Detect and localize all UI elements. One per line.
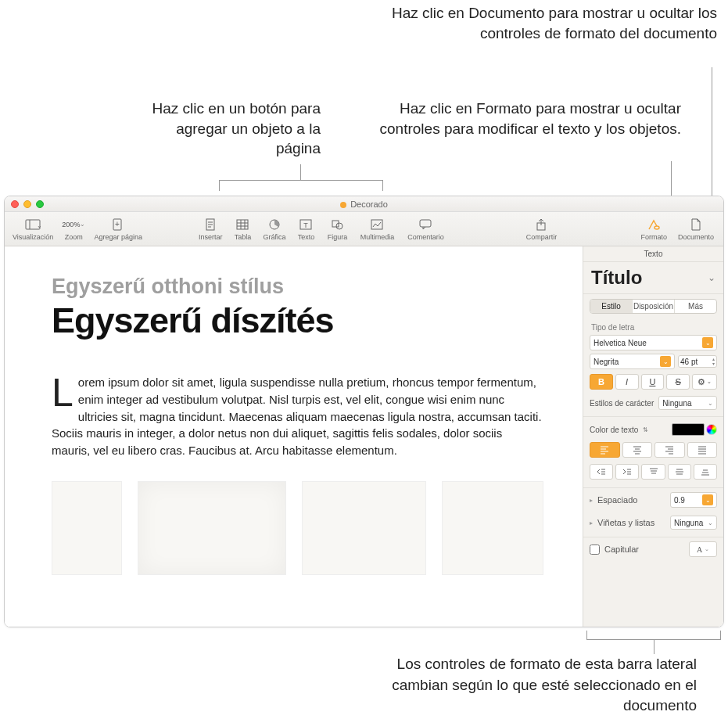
strike-button[interactable]: S	[666, 374, 690, 390]
callout-format: Haz clic en Formato para mostrar u ocult…	[353, 99, 681, 138]
align-left-button[interactable]	[590, 442, 620, 458]
doc-body[interactable]: Lorem ipsum dolor sit amet, ligula suspe…	[52, 374, 543, 459]
color-wheel-icon[interactable]	[706, 424, 717, 435]
dropcap: L	[52, 374, 78, 410]
bold-button[interactable]: B	[590, 374, 613, 390]
char-styles-select[interactable]: Ninguna ⌄	[658, 396, 717, 410]
share-icon	[533, 217, 550, 232]
advanced-options-button[interactable]: ⚙︎⌄	[692, 374, 717, 390]
zoom-value-display: 200%⌄	[65, 217, 82, 232]
comment-button[interactable]: Comentario	[401, 216, 450, 243]
gear-icon: ⚙︎	[698, 377, 705, 387]
italic-button[interactable]: I	[615, 374, 639, 390]
text-style-buttons: B I U S ⚙︎⌄	[583, 371, 723, 393]
sidebar-tab-header[interactable]: Texto	[583, 246, 723, 262]
doc-subtitle[interactable]: Egyszerű otthoni stílus	[52, 275, 543, 299]
indent-button[interactable]	[615, 464, 639, 480]
share-button[interactable]: Compartir	[517, 216, 565, 243]
add-page-button[interactable]: + Agregar página	[89, 216, 147, 243]
char-styles-label: Estilos de carácter	[590, 399, 654, 408]
font-family-select[interactable]: Helvetica Neue ⌄	[590, 335, 717, 350]
svg-rect-20	[420, 220, 431, 227]
document-icon	[687, 217, 705, 232]
chart-label: Gráfica	[263, 233, 285, 241]
bullets-select[interactable]: Ninguna ⌄	[670, 516, 717, 530]
tab-style[interactable]: Estilo	[590, 300, 633, 313]
paragraph-style-picker[interactable]: Título ⌄	[583, 262, 723, 294]
leader-line	[654, 640, 654, 654]
tab-more[interactable]: Más	[675, 300, 716, 313]
media-label: Multimedia	[360, 233, 395, 241]
document-canvas[interactable]: Egyszerű otthoni stílus Egyszerű díszíté…	[5, 246, 583, 627]
view-icon: ⌄	[24, 217, 41, 232]
insert-label: Insertar	[199, 233, 223, 241]
insert-button[interactable]: Insertar	[194, 216, 228, 243]
text-button[interactable]: T Texto	[290, 216, 321, 243]
dropcap-checkbox[interactable]	[590, 544, 600, 555]
step-down-icon: ▾	[712, 361, 715, 366]
leader-line	[712, 67, 712, 196]
view-button[interactable]: ⌄ Visualización	[8, 216, 58, 243]
align-right-button[interactable]	[654, 442, 685, 458]
font-weight-select[interactable]: Negrita ⌄	[590, 354, 675, 369]
char-styles-value: Ninguna	[662, 399, 691, 408]
zoom-control[interactable]: 200%⌄ Zoom	[58, 216, 89, 243]
bullets-value: Ninguna	[674, 519, 703, 527]
leader-line	[300, 164, 301, 180]
font-size-stepper[interactable]: 46 pt ▴▾	[678, 355, 717, 368]
text-color-control[interactable]	[672, 423, 717, 436]
tab-layout[interactable]: Disposición	[633, 300, 675, 313]
vert-align-top-button[interactable]	[641, 464, 665, 480]
app-window: Decorado ⌄ Visualización 200%⌄ Zoom + Ag…	[4, 196, 724, 627]
chevron-down-icon: ⌄	[705, 546, 709, 552]
share-label: Compartir	[526, 233, 558, 241]
add-page-icon: +	[109, 217, 127, 232]
sidebar-segment-tabs: Estilo Disposición Más	[590, 299, 717, 314]
text-icon: T	[297, 217, 314, 232]
shape-button[interactable]: Figura	[321, 216, 353, 243]
align-justify-button[interactable]	[687, 442, 718, 458]
doc-image[interactable]	[442, 481, 543, 575]
disclosure-triangle-icon[interactable]: ▸	[590, 519, 593, 527]
table-icon	[234, 217, 251, 232]
chevron-down-icon: ⌄	[708, 519, 713, 527]
doc-title[interactable]: Egyszerű díszítés	[52, 300, 543, 341]
vert-align-mid-button[interactable]	[668, 464, 691, 480]
media-button[interactable]: Multimedia	[353, 216, 401, 243]
chart-button[interactable]: Gráfica	[258, 216, 290, 243]
callout-document-text: Haz clic en Documento para mostrar u ocu…	[392, 5, 717, 41]
window-title: Decorado	[5, 199, 723, 209]
format-button[interactable]: Formato	[636, 216, 672, 243]
align-center-button[interactable]	[622, 442, 653, 458]
alignment-row-2	[583, 461, 723, 483]
underline-button[interactable]: U	[641, 374, 665, 390]
spacing-value: 0.9	[674, 496, 685, 505]
spacing-select[interactable]: 0.9 ⌄	[670, 492, 717, 508]
comment-label: Comentario	[407, 233, 444, 241]
shape-icon	[328, 217, 346, 232]
doc-image[interactable]	[52, 481, 122, 575]
disclosure-triangle-icon[interactable]: ▸	[590, 497, 593, 504]
strike-label: S	[675, 377, 680, 386]
vert-align-bot-button[interactable]	[694, 464, 717, 480]
table-button[interactable]: Tabla	[227, 216, 258, 243]
text-label: Texto	[298, 233, 315, 241]
doc-image[interactable]	[138, 481, 286, 575]
dropdown-icon: ⌄	[660, 356, 671, 367]
svg-text:T: T	[304, 221, 309, 229]
doc-image[interactable]	[302, 481, 427, 575]
color-well[interactable]	[672, 423, 705, 436]
outdent-button[interactable]	[590, 464, 613, 480]
font-section-label: Tipo de letra	[583, 318, 723, 333]
chevron-down-icon: ⌄	[707, 379, 712, 385]
svg-point-18	[336, 223, 342, 229]
document-label: Documento	[678, 233, 714, 241]
media-icon	[368, 217, 386, 232]
alignment-row-1	[583, 439, 723, 461]
callout-insert: Haz clic en un botón para agregar un obj…	[149, 99, 321, 159]
svg-text:+: +	[115, 220, 120, 228]
dropcap-style-button[interactable]: A ⌄	[689, 541, 717, 557]
callout-sidebar: Los controles de formato de esta barra l…	[337, 654, 697, 717]
document-button[interactable]: Documento	[672, 216, 720, 243]
dropdown-icon: ⌄	[702, 337, 713, 348]
